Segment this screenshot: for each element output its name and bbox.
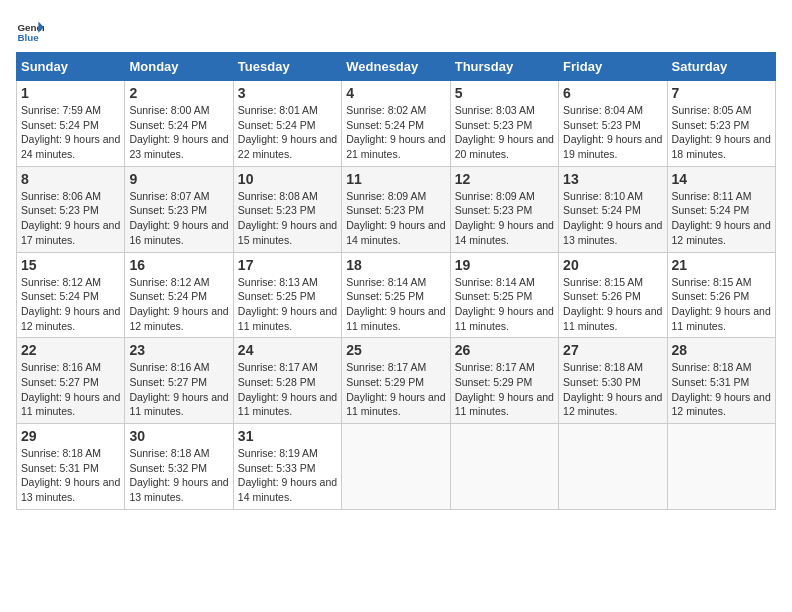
day-number: 7 — [672, 85, 771, 101]
day-number: 4 — [346, 85, 445, 101]
calendar-week-row: 15 Sunrise: 8:12 AMSunset: 5:24 PMDaylig… — [17, 252, 776, 338]
cell-info: Sunrise: 8:09 AMSunset: 5:23 PMDaylight:… — [455, 189, 554, 248]
cell-info: Sunrise: 8:12 AMSunset: 5:24 PMDaylight:… — [129, 275, 228, 334]
calendar-week-row: 22 Sunrise: 8:16 AMSunset: 5:27 PMDaylig… — [17, 338, 776, 424]
day-header-wednesday: Wednesday — [342, 53, 450, 81]
day-header-sunday: Sunday — [17, 53, 125, 81]
cell-info: Sunrise: 8:06 AMSunset: 5:23 PMDaylight:… — [21, 189, 120, 248]
day-header-saturday: Saturday — [667, 53, 775, 81]
cell-info: Sunrise: 8:12 AMSunset: 5:24 PMDaylight:… — [21, 275, 120, 334]
calendar-cell: 20 Sunrise: 8:15 AMSunset: 5:26 PMDaylig… — [559, 252, 667, 338]
cell-info: Sunrise: 8:17 AMSunset: 5:29 PMDaylight:… — [346, 360, 445, 419]
cell-info: Sunrise: 8:04 AMSunset: 5:23 PMDaylight:… — [563, 103, 662, 162]
cell-info: Sunrise: 8:18 AMSunset: 5:31 PMDaylight:… — [21, 446, 120, 505]
calendar-cell: 1 Sunrise: 7:59 AMSunset: 5:24 PMDayligh… — [17, 81, 125, 167]
day-number: 31 — [238, 428, 337, 444]
cell-info: Sunrise: 8:18 AMSunset: 5:32 PMDaylight:… — [129, 446, 228, 505]
day-number: 18 — [346, 257, 445, 273]
cell-info: Sunrise: 8:05 AMSunset: 5:23 PMDaylight:… — [672, 103, 771, 162]
cell-info: Sunrise: 8:14 AMSunset: 5:25 PMDaylight:… — [346, 275, 445, 334]
calendar-cell: 11 Sunrise: 8:09 AMSunset: 5:23 PMDaylig… — [342, 166, 450, 252]
calendar-cell: 27 Sunrise: 8:18 AMSunset: 5:30 PMDaylig… — [559, 338, 667, 424]
cell-info: Sunrise: 8:17 AMSunset: 5:28 PMDaylight:… — [238, 360, 337, 419]
calendar-cell: 10 Sunrise: 8:08 AMSunset: 5:23 PMDaylig… — [233, 166, 341, 252]
day-number: 10 — [238, 171, 337, 187]
calendar-cell — [342, 424, 450, 510]
day-number: 1 — [21, 85, 120, 101]
calendar-cell: 16 Sunrise: 8:12 AMSunset: 5:24 PMDaylig… — [125, 252, 233, 338]
day-number: 6 — [563, 85, 662, 101]
day-number: 12 — [455, 171, 554, 187]
days-header-row: SundayMondayTuesdayWednesdayThursdayFrid… — [17, 53, 776, 81]
cell-info: Sunrise: 8:14 AMSunset: 5:25 PMDaylight:… — [455, 275, 554, 334]
day-number: 26 — [455, 342, 554, 358]
logo-icon: General Blue — [16, 16, 44, 44]
calendar-cell: 25 Sunrise: 8:17 AMSunset: 5:29 PMDaylig… — [342, 338, 450, 424]
calendar-cell: 24 Sunrise: 8:17 AMSunset: 5:28 PMDaylig… — [233, 338, 341, 424]
header: General Blue — [16, 16, 776, 44]
calendar-cell: 5 Sunrise: 8:03 AMSunset: 5:23 PMDayligh… — [450, 81, 558, 167]
day-number: 16 — [129, 257, 228, 273]
cell-info: Sunrise: 8:08 AMSunset: 5:23 PMDaylight:… — [238, 189, 337, 248]
cell-info: Sunrise: 8:18 AMSunset: 5:30 PMDaylight:… — [563, 360, 662, 419]
calendar-cell: 31 Sunrise: 8:19 AMSunset: 5:33 PMDaylig… — [233, 424, 341, 510]
cell-info: Sunrise: 8:11 AMSunset: 5:24 PMDaylight:… — [672, 189, 771, 248]
calendar-cell: 23 Sunrise: 8:16 AMSunset: 5:27 PMDaylig… — [125, 338, 233, 424]
day-number: 20 — [563, 257, 662, 273]
day-number: 23 — [129, 342, 228, 358]
cell-info: Sunrise: 8:03 AMSunset: 5:23 PMDaylight:… — [455, 103, 554, 162]
calendar-cell: 3 Sunrise: 8:01 AMSunset: 5:24 PMDayligh… — [233, 81, 341, 167]
calendar-cell: 29 Sunrise: 8:18 AMSunset: 5:31 PMDaylig… — [17, 424, 125, 510]
day-number: 8 — [21, 171, 120, 187]
cell-info: Sunrise: 8:13 AMSunset: 5:25 PMDaylight:… — [238, 275, 337, 334]
day-number: 13 — [563, 171, 662, 187]
calendar-cell: 14 Sunrise: 8:11 AMSunset: 5:24 PMDaylig… — [667, 166, 775, 252]
cell-info: Sunrise: 8:15 AMSunset: 5:26 PMDaylight:… — [672, 275, 771, 334]
calendar-cell — [667, 424, 775, 510]
cell-info: Sunrise: 8:16 AMSunset: 5:27 PMDaylight:… — [21, 360, 120, 419]
day-number: 2 — [129, 85, 228, 101]
cell-info: Sunrise: 8:17 AMSunset: 5:29 PMDaylight:… — [455, 360, 554, 419]
calendar-cell: 6 Sunrise: 8:04 AMSunset: 5:23 PMDayligh… — [559, 81, 667, 167]
cell-info: Sunrise: 8:01 AMSunset: 5:24 PMDaylight:… — [238, 103, 337, 162]
calendar-table: SundayMondayTuesdayWednesdayThursdayFrid… — [16, 52, 776, 510]
cell-info: Sunrise: 8:15 AMSunset: 5:26 PMDaylight:… — [563, 275, 662, 334]
calendar-cell: 4 Sunrise: 8:02 AMSunset: 5:24 PMDayligh… — [342, 81, 450, 167]
cell-info: Sunrise: 8:00 AMSunset: 5:24 PMDaylight:… — [129, 103, 228, 162]
cell-info: Sunrise: 8:10 AMSunset: 5:24 PMDaylight:… — [563, 189, 662, 248]
calendar-cell: 13 Sunrise: 8:10 AMSunset: 5:24 PMDaylig… — [559, 166, 667, 252]
day-number: 25 — [346, 342, 445, 358]
calendar-cell: 28 Sunrise: 8:18 AMSunset: 5:31 PMDaylig… — [667, 338, 775, 424]
calendar-cell: 9 Sunrise: 8:07 AMSunset: 5:23 PMDayligh… — [125, 166, 233, 252]
cell-info: Sunrise: 8:19 AMSunset: 5:33 PMDaylight:… — [238, 446, 337, 505]
calendar-cell — [559, 424, 667, 510]
day-number: 19 — [455, 257, 554, 273]
day-number: 29 — [21, 428, 120, 444]
calendar-cell — [450, 424, 558, 510]
day-number: 14 — [672, 171, 771, 187]
day-number: 17 — [238, 257, 337, 273]
day-number: 9 — [129, 171, 228, 187]
day-header-monday: Monday — [125, 53, 233, 81]
calendar-cell: 8 Sunrise: 8:06 AMSunset: 5:23 PMDayligh… — [17, 166, 125, 252]
day-number: 28 — [672, 342, 771, 358]
day-number: 24 — [238, 342, 337, 358]
calendar-cell: 17 Sunrise: 8:13 AMSunset: 5:25 PMDaylig… — [233, 252, 341, 338]
calendar-week-row: 29 Sunrise: 8:18 AMSunset: 5:31 PMDaylig… — [17, 424, 776, 510]
day-header-tuesday: Tuesday — [233, 53, 341, 81]
cell-info: Sunrise: 8:07 AMSunset: 5:23 PMDaylight:… — [129, 189, 228, 248]
cell-info: Sunrise: 8:16 AMSunset: 5:27 PMDaylight:… — [129, 360, 228, 419]
cell-info: Sunrise: 8:02 AMSunset: 5:24 PMDaylight:… — [346, 103, 445, 162]
calendar-cell: 7 Sunrise: 8:05 AMSunset: 5:23 PMDayligh… — [667, 81, 775, 167]
day-number: 3 — [238, 85, 337, 101]
svg-text:Blue: Blue — [17, 32, 39, 43]
logo: General Blue — [16, 16, 44, 44]
calendar-cell: 19 Sunrise: 8:14 AMSunset: 5:25 PMDaylig… — [450, 252, 558, 338]
day-number: 15 — [21, 257, 120, 273]
day-number: 30 — [129, 428, 228, 444]
day-number: 22 — [21, 342, 120, 358]
calendar-cell: 15 Sunrise: 8:12 AMSunset: 5:24 PMDaylig… — [17, 252, 125, 338]
day-number: 21 — [672, 257, 771, 273]
day-number: 5 — [455, 85, 554, 101]
calendar-cell: 22 Sunrise: 8:16 AMSunset: 5:27 PMDaylig… — [17, 338, 125, 424]
